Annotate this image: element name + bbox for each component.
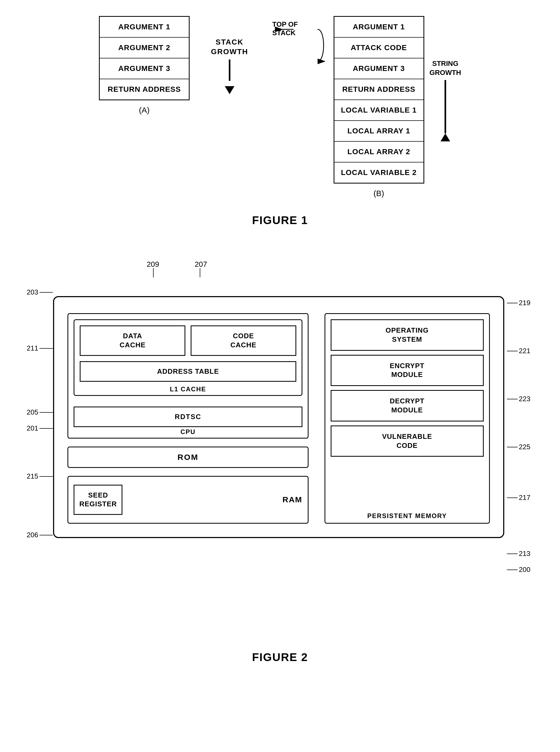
stack-b-cell-3: ARGUMENT 3 <box>334 58 423 79</box>
top-of-stack-arrow-svg: TOP OF STACK <box>269 19 328 157</box>
ref-213-line <box>507 551 518 556</box>
ref-203-group: 203 <box>27 288 53 296</box>
ref-211-line <box>39 346 53 351</box>
ref-205-line <box>39 410 53 415</box>
l1-cache-label: L1 CACHE <box>170 385 206 393</box>
ref-201-group: 201 <box>27 424 53 432</box>
code-cache-cell: CODECACHE <box>191 325 296 356</box>
ram-box: SEEDREGISTER RAM <box>67 476 308 524</box>
ref-221-line <box>507 349 518 354</box>
ref-206-line <box>39 532 53 538</box>
figure2-main: 203 211 205 <box>27 280 533 640</box>
ref-205-group: 205 <box>27 408 53 416</box>
ram-label: RAM <box>282 495 302 504</box>
ref-211-group: 211 <box>27 344 53 352</box>
address-table-cell: ADDRESS TABLE <box>80 361 296 382</box>
ref-213-group: 213 <box>507 550 531 558</box>
ref-201: 201 <box>27 424 38 432</box>
persistent-memory-box: OPERATINGSYSTEM ENCRYPTMODULE DECRYPTMOD… <box>324 313 490 523</box>
ref-205: 205 <box>27 408 38 416</box>
stack-a-cell-4: RETURN ADDRESS <box>100 79 189 99</box>
ref-211: 211 <box>27 344 38 352</box>
ref-223: 223 <box>519 395 531 403</box>
stack-a: ARGUMENT 1 ARGUMENT 2 ARGUMENT 3 RETURN … <box>99 16 189 100</box>
label-b: (B) <box>374 189 384 198</box>
stack-growth-shaft <box>229 59 231 81</box>
svg-text:207: 207 <box>195 260 207 269</box>
ref-215-line <box>39 474 53 479</box>
data-cache-cell: DATACACHE <box>80 325 185 356</box>
seed-register-cell: SEEDREGISTER <box>74 485 122 515</box>
stack-b-cell-1: ARGUMENT 1 <box>334 17 423 38</box>
ref-223-group: 223 <box>507 395 531 403</box>
pm-cell-vulnerable: VULNERABLECODE <box>331 426 484 457</box>
ref-200-group: 200 <box>507 566 531 574</box>
rdtsc-box: RDTSC <box>74 407 302 427</box>
figure2-container: 209 207 203 211 <box>21 259 539 664</box>
system-box-200: DATACACHE CODECACHE ADDRESS TABLE L1 CAC… <box>53 296 504 538</box>
label-a: (A) <box>139 106 149 115</box>
ref-219: 219 <box>519 299 531 307</box>
cpu-box: DATACACHE CODECACHE ADDRESS TABLE L1 CAC… <box>67 313 308 439</box>
ref-213: 213 <box>519 550 531 558</box>
svg-text:209: 209 <box>147 260 159 269</box>
left-column: DATACACHE CODECACHE ADDRESS TABLE L1 CAC… <box>67 313 308 523</box>
figure2-ref-area: 209 207 203 211 <box>27 259 533 640</box>
ref-201-line <box>39 426 53 431</box>
top-leader-lines: 209 207 <box>43 259 549 280</box>
ref-206-group: 206 <box>27 531 53 539</box>
ref-219-line <box>507 300 518 306</box>
right-refs: 219 221 223 <box>507 280 533 640</box>
ref-203: 203 <box>27 288 38 296</box>
stack-a-cell-1: ARGUMENT 1 <box>100 17 189 38</box>
pm-cell-os: OPERATINGSYSTEM <box>331 319 484 351</box>
string-growth-arrow-up <box>441 133 450 141</box>
persistent-memory-label: PERSISTENT MEMORY <box>367 512 447 520</box>
rom-box: ROM <box>67 447 308 468</box>
diagram-a: ARGUMENT 1 ARGUMENT 2 ARGUMENT 3 RETURN … <box>99 16 189 115</box>
string-growth-label: STRINGGROWTH <box>429 59 461 77</box>
diagram-b: ARGUMENT 1 ATTACK CODE ARGUMENT 3 RETURN… <box>334 16 424 198</box>
left-refs: 203 211 205 <box>27 280 53 640</box>
ref-217: 217 <box>519 494 531 502</box>
ref-200: 200 <box>519 566 531 574</box>
stack-a-cell-2: ARGUMENT 2 <box>100 38 189 58</box>
stack-b-cell-7: LOCAL ARRAY 2 <box>334 142 423 162</box>
ref-223-line <box>507 396 518 402</box>
string-growth-shaft <box>444 80 446 133</box>
stack-b-cell-8: LOCAL VARIABLE 2 <box>334 162 423 183</box>
ref-217-line <box>507 495 518 500</box>
figure1: ARGUMENT 1 ARGUMENT 2 ARGUMENT 3 RETURN … <box>21 16 539 227</box>
ref-217-group: 217 <box>507 494 531 502</box>
ref-225-line <box>507 444 518 450</box>
ref-215: 215 <box>27 472 38 480</box>
ref-219-group: 219 <box>507 299 531 307</box>
right-column: OPERATINGSYSTEM ENCRYPTMODULE DECRYPTMOD… <box>324 313 490 523</box>
ref-200-line <box>507 567 518 572</box>
stack-b-cell-4: RETURN ADDRESS <box>334 79 423 100</box>
svg-text:TOP OF: TOP OF <box>272 20 298 28</box>
l1-cache-box: DATACACHE CODECACHE ADDRESS TABLE L1 CAC… <box>74 319 302 396</box>
ref-225-group: 225 <box>507 443 531 451</box>
figure1-title: FIGURE 1 <box>252 214 308 227</box>
figure1-diagrams: ARGUMENT 1 ARGUMENT 2 ARGUMENT 3 RETURN … <box>21 16 539 198</box>
stack-b: ARGUMENT 1 ATTACK CODE ARGUMENT 3 RETURN… <box>334 16 424 183</box>
stack-a-cell-3: ARGUMENT 3 <box>100 58 189 79</box>
ref-221: 221 <box>519 347 531 355</box>
stack-growth-label: STACKGROWTH <box>211 37 248 57</box>
ref-206: 206 <box>27 531 38 539</box>
ref-215-group: 215 <box>27 472 53 480</box>
pm-cell-encrypt: ENCRYPTMODULE <box>331 355 484 386</box>
stack-b-cell-6: LOCAL ARRAY 1 <box>334 121 423 142</box>
stack-growth-area: STACKGROWTH <box>211 16 248 94</box>
cpu-label: CPU <box>181 428 196 436</box>
stack-growth-arrow <box>225 86 234 94</box>
stack-b-cell-2: ATTACK CODE <box>334 38 423 58</box>
pm-cell-decrypt: DECRYPTMODULE <box>331 390 484 421</box>
ref-225: 225 <box>519 443 531 451</box>
stack-b-cell-5: LOCAL VARIABLE 1 <box>334 100 423 121</box>
ref-203-line <box>39 290 53 295</box>
ref-221-group: 221 <box>507 347 531 355</box>
svg-text:STACK: STACK <box>272 29 296 37</box>
figure2-title: FIGURE 2 <box>252 651 308 664</box>
